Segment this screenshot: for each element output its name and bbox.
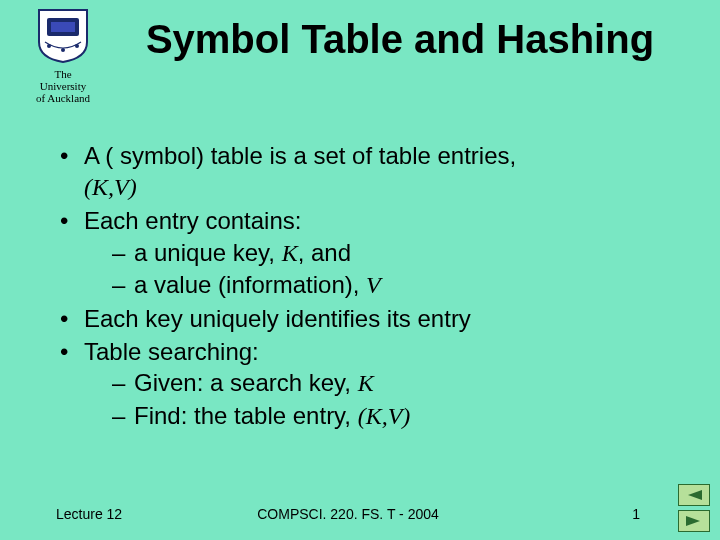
bullet-4-sub-1: Given: a search key, K: [112, 367, 680, 399]
bullet-4: Table searching: Given: a search key, K …: [56, 336, 680, 432]
slide-title: Symbol Table and Hashing: [120, 16, 680, 62]
bullet-2-sub-2-v: V: [366, 272, 381, 298]
footer-center: COMPSCI. 220. FS. T - 2004: [56, 506, 640, 522]
bullet-4-sub-1-k: K: [358, 370, 374, 396]
prev-slide-button[interactable]: [678, 484, 710, 506]
uni-line-3: of Auckland: [28, 92, 98, 104]
university-logo-block: The University of Auckland: [28, 8, 98, 104]
bullet-1-text: A ( symbol) table is a set of table entr…: [84, 142, 516, 169]
svg-marker-5: [688, 490, 702, 500]
bullet-2-sub-2-a: a value (information),: [134, 271, 366, 298]
slide-body: A ( symbol) table is a set of table entr…: [56, 140, 680, 434]
slide-footer: COMPSCI. 220. FS. T - 2004 Lecture 12 1: [56, 506, 640, 522]
bullet-1-kv: (K,V): [84, 174, 137, 200]
bullet-2-sub-1-k: K: [282, 240, 298, 266]
bullet-2-sub-1: a unique key, K, and: [112, 237, 680, 269]
svg-marker-6: [686, 516, 700, 526]
bullet-3-text: Each key uniquely identifies its entry: [84, 305, 471, 332]
arrow-right-icon: [684, 514, 704, 528]
university-name: The University of Auckland: [28, 68, 98, 104]
bullet-2-sub-1-b: , and: [298, 239, 351, 266]
next-slide-button[interactable]: [678, 510, 710, 532]
svg-point-3: [61, 48, 65, 52]
uni-line-2: University: [28, 80, 98, 92]
bullet-3: Each key uniquely identifies its entry: [56, 303, 680, 334]
svg-point-4: [75, 44, 79, 48]
bullet-2-sub-1-a: a unique key,: [134, 239, 282, 266]
bullet-1: A ( symbol) table is a set of table entr…: [56, 140, 680, 203]
bullet-4-sub-2: Find: the table entry, (K,V): [112, 400, 680, 432]
university-crest-icon: [37, 8, 89, 64]
uni-line-1: The: [28, 68, 98, 80]
svg-rect-1: [51, 22, 75, 32]
bullet-2-text: Each entry contains:: [84, 207, 301, 234]
arrow-left-icon: [684, 488, 704, 502]
bullet-2: Each entry contains: a unique key, K, an…: [56, 205, 680, 301]
svg-point-2: [47, 44, 51, 48]
bullet-2-sub-2: a value (information), V: [112, 269, 680, 301]
bullet-4-sub-1-a: Given: a search key,: [134, 369, 358, 396]
page-number: 1: [632, 506, 640, 522]
footer-left: Lecture 12: [56, 506, 122, 522]
bullet-4-sub-2-kv: (K,V): [358, 403, 411, 429]
nav-arrows: [678, 484, 710, 532]
bullet-4-sub-2-a: Find: the table entry,: [134, 402, 358, 429]
bullet-4-text: Table searching:: [84, 338, 259, 365]
